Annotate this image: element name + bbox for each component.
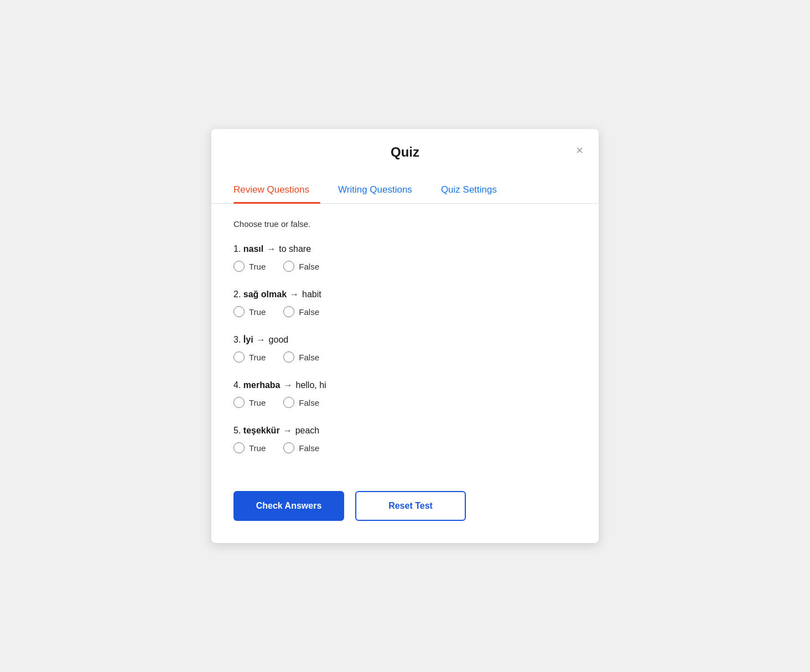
question-2-translation: habit (302, 290, 321, 299)
question-4-text: 4. merhaba→hello, hi (233, 380, 577, 390)
question-2-text: 2. sağ olmak→habit (233, 290, 577, 299)
question-4: 4. merhaba→hello, hi True False (233, 380, 577, 408)
question-5: 5. teşekkür→peach True False (233, 426, 577, 453)
question-5-false-text: False (299, 443, 319, 453)
question-3-true-radio[interactable] (233, 351, 245, 363)
question-2-true-text: True (249, 307, 266, 317)
question-3-word: İyi (243, 335, 253, 344)
question-5-arrow: → (283, 426, 292, 435)
question-5-word: teşekkür (243, 426, 280, 435)
tab-quiz-settings[interactable]: Quiz Settings (441, 178, 508, 203)
question-3-false-text: False (299, 353, 319, 362)
question-3-options: True False (233, 351, 577, 363)
question-4-word: merhaba (243, 380, 281, 390)
question-4-true-radio[interactable] (233, 397, 245, 408)
question-1-translation: to share (279, 244, 311, 254)
question-3-text: 3. İyi→good (233, 335, 577, 345)
question-4-true-text: True (249, 398, 266, 407)
question-5-text: 5. teşekkür→peach (233, 426, 577, 436)
question-1-options: True False (233, 261, 577, 272)
question-5-true-text: True (249, 443, 266, 453)
tab-writing-questions[interactable]: Writing Questions (338, 178, 423, 203)
question-3: 3. İyi→good True False (233, 335, 577, 363)
modal-header: Quiz × (211, 129, 599, 160)
question-5-false-radio[interactable] (283, 442, 294, 453)
question-3-true-text: True (249, 353, 266, 362)
question-5-translation: peach (295, 426, 320, 435)
reset-test-button[interactable]: Reset Test (355, 491, 466, 521)
question-1-text: 1. nasıl→to share (233, 244, 577, 254)
question-5-true-radio[interactable] (233, 442, 245, 453)
question-3-false-radio[interactable] (283, 351, 294, 363)
quiz-content: Choose true or false. 1. nasıl→to share … (211, 204, 599, 453)
question-4-arrow: → (284, 380, 293, 390)
question-2-word: sağ olmak (243, 290, 287, 299)
check-answers-button[interactable]: Check Answers (233, 491, 344, 521)
close-button[interactable]: × (574, 142, 585, 159)
action-buttons: Check Answers Reset Test (211, 471, 599, 521)
question-1-true-radio[interactable] (233, 261, 245, 272)
question-5-options: True False (233, 442, 577, 453)
question-4-options: True False (233, 397, 577, 408)
question-2-false-radio[interactable] (283, 306, 294, 317)
question-1-false-label[interactable]: False (283, 261, 319, 272)
question-3-arrow: → (257, 335, 266, 344)
question-4-false-label[interactable]: False (283, 397, 319, 408)
question-2-arrow: → (290, 290, 299, 299)
question-4-true-label[interactable]: True (233, 397, 266, 408)
question-5-number: 5 (233, 426, 238, 435)
question-2: 2. sağ olmak→habit True False (233, 290, 577, 317)
modal-title: Quiz (233, 144, 577, 160)
question-3-true-label[interactable]: True (233, 351, 266, 363)
question-1-false-radio[interactable] (283, 261, 294, 272)
question-1-true-label[interactable]: True (233, 261, 266, 272)
question-3-translation: good (269, 335, 289, 344)
question-1-false-text: False (299, 262, 319, 271)
question-4-false-text: False (299, 398, 319, 407)
question-2-options: True False (233, 306, 577, 317)
question-3-number: 3 (233, 335, 238, 344)
question-4-translation: hello, hi (296, 380, 326, 390)
question-1-number: 1 (233, 244, 238, 254)
question-1-true-text: True (249, 262, 266, 271)
tab-review-questions[interactable]: Review Questions (233, 178, 320, 203)
question-5-false-label[interactable]: False (283, 442, 319, 453)
question-2-number: 2 (233, 290, 238, 299)
question-3-false-label[interactable]: False (283, 351, 319, 363)
quiz-modal: Quiz × Review Questions Writing Question… (211, 129, 599, 543)
question-4-number: 4 (233, 380, 238, 390)
question-2-false-text: False (299, 307, 319, 317)
question-1-word: nasıl (243, 244, 263, 254)
question-2-false-label[interactable]: False (283, 306, 319, 317)
question-1: 1. nasıl→to share True False (233, 244, 577, 272)
instruction-text: Choose true or false. (233, 219, 577, 229)
question-2-true-radio[interactable] (233, 306, 245, 317)
tab-bar: Review Questions Writing Questions Quiz … (211, 167, 599, 204)
question-2-true-label[interactable]: True (233, 306, 266, 317)
question-4-false-radio[interactable] (283, 397, 294, 408)
question-5-true-label[interactable]: True (233, 442, 266, 453)
question-1-arrow: → (267, 244, 276, 254)
